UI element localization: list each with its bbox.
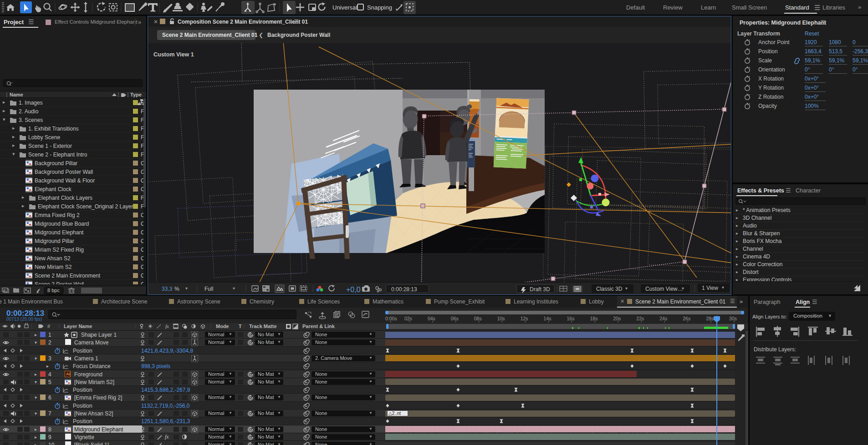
svg-text:Parent & Link: Parent & Link xyxy=(302,324,335,329)
svg-text:#: # xyxy=(47,324,51,329)
svg-text:Track Matte: Track Matte xyxy=(249,324,277,329)
svg-text:26s: 26s xyxy=(683,316,690,321)
svg-text:fx: fx xyxy=(165,324,169,329)
svg-text:24s: 24s xyxy=(659,316,667,321)
svg-text:Distribute Layers:: Distribute Layers: xyxy=(754,346,796,353)
svg-text:0:00s: 0:00s xyxy=(385,316,397,321)
svg-text:08s: 08s xyxy=(474,316,482,321)
svg-text:28s: 28s xyxy=(706,316,714,321)
svg-text:06s: 06s xyxy=(451,316,459,321)
svg-text:30s: 30s xyxy=(729,316,737,321)
svg-text:T: T xyxy=(239,324,242,329)
svg-text:10s: 10s xyxy=(497,316,505,321)
svg-text:02s: 02s xyxy=(404,316,412,321)
svg-text:20s: 20s xyxy=(613,316,621,321)
svg-text:14s: 14s xyxy=(544,316,551,321)
svg-text:04s: 04s xyxy=(428,316,435,321)
svg-text:18s: 18s xyxy=(590,316,597,321)
svg-text:12s: 12s xyxy=(521,316,528,321)
svg-text:Mode: Mode xyxy=(216,324,229,329)
svg-text:22s: 22s xyxy=(636,316,644,321)
svg-text:16s: 16s xyxy=(567,316,575,321)
svg-text:Layer Name: Layer Name xyxy=(64,324,92,329)
